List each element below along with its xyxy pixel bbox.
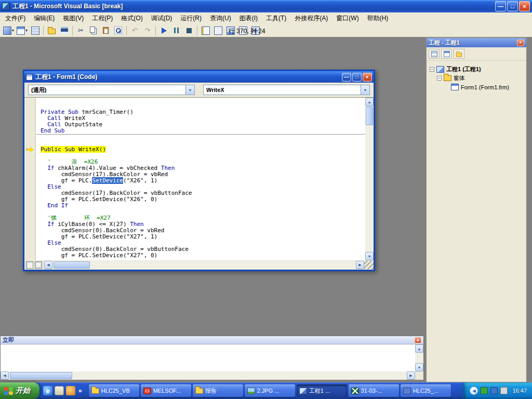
code-text-area[interactable]: Private Sub tmrScan_Timer() Call WriteX … — [36, 98, 365, 260]
internet-explorer-icon[interactable]: e — [43, 386, 52, 395]
add-standard-exe-button[interactable]: ▾ — [2, 25, 15, 36]
find-button[interactable] — [112, 25, 124, 36]
paste-button[interactable] — [100, 25, 112, 36]
tray-collapse-icon[interactable]: ◀ — [470, 387, 478, 395]
menu-item[interactable]: 查询(U) — [206, 12, 235, 24]
minimize-icon[interactable]: — — [495, 1, 506, 11]
immediate-horizontal-scrollbar[interactable]: ◀ ▶ — [1, 371, 415, 380]
scroll-left-icon[interactable]: ◀ — [44, 261, 52, 269]
immediate-vertical-scrollbar[interactable]: ▲ ▼ — [415, 344, 423, 371]
taskbar-task-button[interactable]: HLC25_VB — [89, 384, 139, 397]
toolbar: ▾▾✂↶↷ 行 370, 列 24 — [0, 24, 532, 37]
quick-launch-overflow-icon[interactable]: » — [77, 387, 83, 394]
menu-item[interactable]: 调试(D) — [147, 12, 177, 24]
view-object-button[interactable] — [441, 49, 452, 59]
code-line: End If — [41, 203, 365, 209]
tree-item[interactable]: −工程1 (工程1) — [428, 65, 525, 74]
tray-icon-gray[interactable] — [500, 387, 508, 394]
tray-icon-blue[interactable] — [490, 387, 498, 394]
taskbar-task-button[interactable]: 工程1 ... — [297, 384, 347, 397]
menu-item[interactable]: 图表(I) — [235, 12, 262, 24]
menu-item[interactable]: 编辑(E) — [30, 12, 59, 24]
taskbar-task-button[interactable]: HLC25_... — [401, 384, 451, 397]
main-window-title: 工程1 - Microsoft Visual Basic [break] — [12, 2, 495, 11]
tree-item[interactable]: Form1 (Form1.frm) — [428, 83, 525, 91]
object-combobox[interactable]: (通用) ▼ — [28, 85, 195, 95]
menu-item[interactable]: 窗口(W) — [332, 12, 363, 24]
procedure-view-button[interactable] — [26, 261, 33, 269]
resize-grip[interactable] — [364, 261, 374, 269]
code-line: gf = PLC.SetDevice("X27", 0) — [41, 252, 365, 259]
undo-icon: ↶ — [131, 26, 139, 35]
copy-button[interactable] — [87, 25, 99, 36]
scroll-down-icon[interactable]: ▼ — [415, 363, 423, 371]
procedure-combobox[interactable]: WriteX ▼ — [203, 85, 370, 95]
tree-expander-icon[interactable]: − — [430, 67, 434, 72]
scroll-right-icon[interactable]: ▶ — [407, 371, 415, 380]
minimize-icon[interactable]: — — [342, 73, 351, 82]
tray-icon-green[interactable] — [481, 387, 488, 394]
taskbar-task-button[interactable]: MELSOF... — [141, 384, 191, 397]
end-button[interactable] — [183, 25, 195, 36]
media-player-icon[interactable] — [66, 386, 75, 395]
tree-item[interactable]: −窗体 — [428, 74, 525, 83]
taskbar-task-button[interactable]: 2.JPG ... — [245, 384, 295, 397]
menu-item[interactable]: 工程(P) — [88, 12, 117, 24]
open-project-button[interactable] — [46, 25, 58, 36]
project-explorer-button[interactable] — [200, 25, 211, 36]
scroll-left-icon[interactable]: ◀ — [1, 371, 9, 380]
close-icon[interactable]: × — [519, 1, 530, 11]
menu-item[interactable]: 视图(V) — [59, 12, 88, 24]
tree-expander-icon[interactable]: − — [437, 76, 442, 81]
scroll-up-icon[interactable]: ▲ — [365, 98, 374, 106]
scrollbar-thumb[interactable] — [366, 107, 373, 125]
toggle-folders-button[interactable] — [454, 49, 464, 59]
full-module-view-button[interactable] — [35, 261, 42, 269]
dropdown-arrow-icon[interactable]: ▼ — [185, 85, 194, 95]
close-icon[interactable]: × — [517, 39, 524, 46]
code-window-titlebar[interactable]: 工程1 - Form1 (Code) — □ × — [24, 71, 374, 83]
view-code-button[interactable] — [429, 49, 440, 59]
start-label: 开始 — [16, 386, 30, 395]
code-horizontal-scrollbar[interactable]: ◀ ▶ — [44, 261, 364, 269]
add-form-button[interactable]: ▾ — [16, 25, 29, 36]
immediate-close-icon[interactable]: × — [415, 337, 421, 343]
close-icon[interactable]: × — [363, 73, 372, 82]
menu-item[interactable]: 帮助(H) — [363, 12, 393, 24]
menu-item[interactable]: 外接程序(A) — [290, 12, 332, 24]
menu-item[interactable]: 格式(O) — [117, 12, 147, 24]
scroll-down-icon[interactable]: ▼ — [365, 252, 374, 260]
toolbar-buttons: ▾▾✂↶↷ — [2, 25, 261, 36]
menu-editor-button[interactable] — [29, 25, 41, 36]
dropdown-arrow-icon[interactable]: ▼ — [361, 85, 369, 95]
main-window-titlebar[interactable]: 工程1 - Microsoft Visual Basic [break] — □… — [0, 0, 532, 12]
restore-icon[interactable]: □ — [352, 73, 362, 82]
scrollbar-thumb[interactable] — [10, 372, 72, 379]
scroll-right-icon[interactable]: ▶ — [356, 261, 364, 269]
scroll-up-icon[interactable]: ▲ — [415, 344, 423, 353]
menu-item[interactable]: 文件(F) — [1, 12, 30, 24]
image-icon — [247, 388, 255, 394]
code-line: Public Sub WriteX() — [41, 147, 365, 153]
menu-item[interactable]: 工具(T) — [262, 12, 290, 24]
immediate-input-area[interactable] — [1, 344, 415, 371]
save-project-button[interactable] — [58, 25, 70, 36]
taskbar-task-button[interactable]: 31-03-... — [349, 384, 399, 397]
cut-button[interactable]: ✂ — [75, 25, 87, 36]
code-margin[interactable] — [24, 98, 36, 260]
task-button-label: HLC25_... — [413, 388, 439, 394]
immediate-titlebar[interactable]: 立即 × — [1, 336, 423, 344]
taskbar-task-button[interactable]: 报告 — [193, 384, 243, 397]
scrollbar-thumb[interactable] — [54, 261, 90, 269]
show-desktop-icon[interactable] — [55, 386, 64, 395]
restore-icon[interactable]: □ — [507, 1, 518, 11]
properties-window-button[interactable] — [212, 25, 224, 36]
menu-item[interactable]: 运行(R) — [176, 12, 206, 24]
break-button[interactable] — [170, 25, 182, 36]
run-button[interactable] — [158, 25, 170, 36]
taskbar-clock: 16:47 — [512, 388, 527, 394]
project-explorer-titlebar[interactable]: 工程 - 工程1 × — [427, 38, 526, 47]
form-icon — [451, 84, 459, 90]
start-button[interactable]: 开始 — [0, 382, 39, 399]
code-vertical-scrollbar[interactable]: ▲ ▼ — [365, 98, 374, 260]
